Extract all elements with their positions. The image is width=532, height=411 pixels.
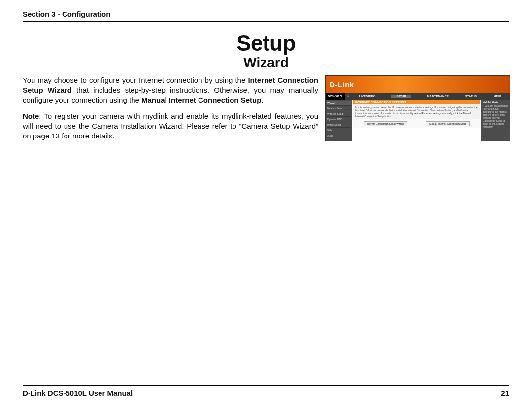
sidebar-item-network-setup[interactable]: Network Setup: [327, 106, 351, 111]
p1-pre: You may choose to configure your Interne…: [23, 76, 248, 84]
sidebar-item-wireless-setup[interactable]: Wireless Setup: [327, 111, 351, 117]
sidebar: Wizard Network Setup Wireless Setup Dyna…: [326, 100, 352, 141]
tab-status[interactable]: STATUS: [465, 95, 478, 98]
sidebar-item-wizard[interactable]: Wizard: [327, 101, 351, 106]
hints-text: If you are an advanced user and have con…: [483, 104, 508, 128]
router-ui-screenshot: D-Link DCS-5010L /// LIVE VIDEO SETUP MA…: [325, 75, 510, 141]
decorative-slashes: ///: [345, 95, 351, 98]
manual-internet-connection-setup-button[interactable]: Manual Internet Connection Setup: [426, 121, 470, 126]
hints-title: Helpful Hints..: [483, 101, 508, 104]
sidebar-item-audio[interactable]: Audio: [327, 133, 351, 138]
nav-tabs: LIVE VIDEO SETUP MAINTENANCE STATUS HELP: [351, 95, 510, 98]
sidebar-item-video[interactable]: Video: [327, 128, 351, 133]
brand-logo-text: D-Link: [330, 80, 354, 89]
brand-banner: D-Link: [326, 76, 510, 93]
tab-setup[interactable]: SETUP: [391, 95, 411, 98]
p1-post: .: [261, 96, 263, 104]
footer-manual-name: D-Link DCS-5010L User Manual: [23, 389, 133, 397]
panel-description: In this section, you can setup the IP ca…: [353, 104, 480, 119]
page-subtitle: Wizard: [23, 55, 509, 70]
page-footer: D-Link DCS-5010L User Manual 21: [23, 385, 509, 397]
paragraph-2: Note: To register your camera with mydli…: [23, 111, 318, 140]
footer-page-number: 21: [501, 389, 509, 397]
sidebar-item-image-setup[interactable]: Image Setup: [327, 122, 351, 128]
model-label: DCS-5010L: [326, 93, 345, 100]
p2-rest: : To register your camera with mydlink a…: [23, 112, 318, 140]
main-panel: INTERNET CONNECTION SETTINGS In this sec…: [352, 100, 481, 141]
tab-help[interactable]: HELP: [493, 95, 502, 98]
paragraph-1: You may choose to configure your Interne…: [23, 75, 318, 104]
tab-maintenance[interactable]: MAINTENANCE: [426, 95, 449, 98]
internet-connection-setup-wizard-button[interactable]: Internet Connection Setup Wizard: [364, 121, 407, 126]
p2-note-label: Note: [23, 112, 39, 120]
tab-live-video[interactable]: LIVE VIDEO: [358, 95, 377, 98]
panel-button-row: Internet Connection Setup Wizard Manual …: [353, 119, 480, 128]
nav-bar: DCS-5010L /// LIVE VIDEO SETUP MAINTENAN…: [326, 93, 510, 100]
p1-bold2: Manual Internet Connection Setup: [141, 96, 261, 104]
sidebar-item-dynamic-dns[interactable]: Dynamic DNS: [327, 117, 351, 122]
body-text-column: You may choose to configure your Interne…: [23, 75, 318, 148]
panel-title: INTERNET CONNECTION SETTINGS: [353, 100, 480, 104]
section-header: Section 3 - Configuration: [23, 10, 509, 22]
hints-panel: Helpful Hints.. If you are an advanced u…: [481, 100, 510, 141]
screenshot-column: D-Link DCS-5010L /// LIVE VIDEO SETUP MA…: [325, 75, 510, 148]
page-title: Setup: [23, 31, 509, 56]
